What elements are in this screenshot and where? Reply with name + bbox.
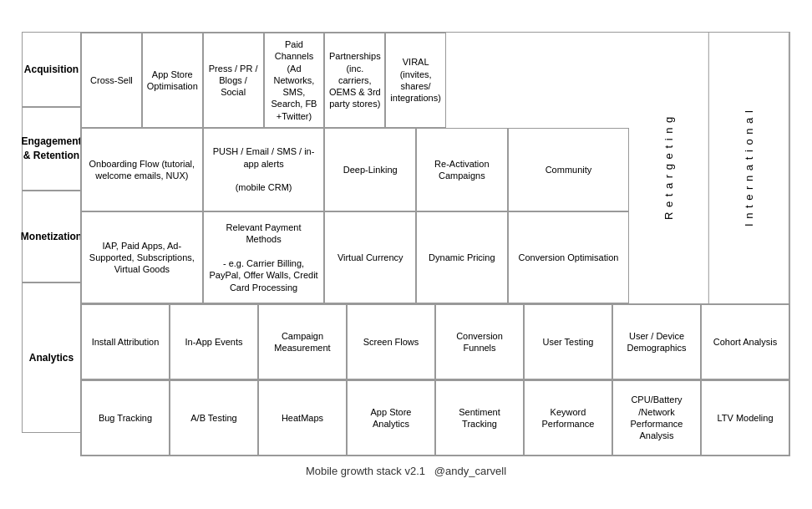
cell-appstore-analytics: App Store Analytics bbox=[347, 380, 435, 456]
cell-bug-tracking: Bug Tracking bbox=[81, 380, 170, 456]
row-engagement: Onboarding Flow (tutorial, welcome email… bbox=[81, 128, 629, 211]
grid-wrapper: Acquisition Engagement & Retention Monet… bbox=[22, 32, 790, 456]
row-labels: Acquisition Engagement & Retention Monet… bbox=[22, 32, 80, 456]
cell-virtual-currency: Virtual Currency bbox=[324, 211, 416, 303]
cell-crosssell: Cross-Sell bbox=[81, 33, 142, 128]
push-email-text: PUSH / Email / SMS / in-app alerts(mobil… bbox=[208, 145, 320, 193]
row-acquisition: Cross-Sell App Store Optimisation Press … bbox=[81, 33, 629, 128]
cell-cpu-battery: CPU/Battery /Network Performance Analysi… bbox=[612, 380, 701, 456]
main-container: Acquisition Engagement & Retention Monet… bbox=[13, 23, 799, 486]
row-analytics2: Bug Tracking A/B Testing HeatMaps App St… bbox=[81, 379, 789, 456]
cell-ltv-modeling: LTV Modeling bbox=[701, 380, 789, 456]
cell-deep-linking: Deep-Linking bbox=[324, 128, 416, 211]
cell-campaign-meas: Campaign Measurement bbox=[258, 304, 347, 379]
cell-heatmaps: HeatMaps bbox=[258, 380, 347, 456]
footer-subtitle: @andy_carvell bbox=[434, 465, 506, 477]
cell-cohort-analysis: Cohort Analysis bbox=[701, 304, 789, 379]
row-monetization: IAP, Paid Apps, Ad-Supported, Subscripti… bbox=[81, 211, 629, 303]
cell-user-device-demo: User / Device Demographics bbox=[612, 304, 701, 379]
cell-keyword-perf: Keyword Performance bbox=[524, 380, 612, 456]
cell-conversion-opt: Conversion Optimisation bbox=[508, 211, 630, 303]
cell-ab-testing: A/B Testing bbox=[170, 380, 258, 456]
cell-paid-channels: Paid Channels (Ad Networks, SMS, Search,… bbox=[264, 33, 325, 128]
col-international: I n t e r n a t i o n a l bbox=[709, 33, 789, 303]
footer-title: Mobile growth stack v2.1 bbox=[306, 465, 425, 477]
row-analytics1: Install Attribution In-App Events Campai… bbox=[81, 303, 789, 379]
cell-screen-flows: Screen Flows bbox=[347, 304, 435, 379]
cell-inapp-events: In-App Events bbox=[170, 304, 258, 379]
cell-install-attr: Install Attribution bbox=[81, 304, 170, 379]
cell-user-testing: User Testing bbox=[524, 304, 612, 379]
cell-viral: VIRAL (invites, shares/ integrations) bbox=[385, 33, 446, 128]
cell-onboarding: Onboarding Flow (tutorial, welcome email… bbox=[81, 128, 203, 211]
grid-content: Cross-Sell App Store Optimisation Press … bbox=[80, 32, 790, 456]
footer-label: Mobile growth stack v2.1 @andy_carvell bbox=[22, 465, 790, 477]
cell-community: Community bbox=[508, 128, 630, 211]
cell-press-pr: Press / PR / Blogs / Social bbox=[203, 33, 264, 128]
label-acquisition: Acquisition bbox=[22, 32, 80, 107]
left-rows: Cross-Sell App Store Optimisation Press … bbox=[81, 33, 629, 303]
cell-appstore-opt: App Store Optimisation bbox=[142, 33, 203, 128]
label-monetization: Monetization bbox=[22, 191, 80, 282]
col-retargeting: R e t a r g e t i n g bbox=[629, 33, 709, 303]
payment-text: Relevant Payment Methods- e.g. Carrier B… bbox=[208, 221, 320, 293]
cell-iap: IAP, Paid Apps, Ad-Supported, Subscripti… bbox=[81, 211, 203, 303]
cell-payment-methods: Relevant Payment Methods- e.g. Carrier B… bbox=[203, 211, 325, 303]
top-section: Cross-Sell App Store Optimisation Press … bbox=[81, 33, 789, 303]
cell-reactivation: Re-Activation Campaigns bbox=[416, 128, 508, 211]
label-engagement: Engagement & Retention bbox=[22, 107, 80, 191]
cell-partnerships: Partnerships (inc. carriers, OEMS & 3rd … bbox=[324, 33, 385, 128]
cell-push-email: PUSH / Email / SMS / in-app alerts(mobil… bbox=[203, 128, 325, 211]
cell-conv-funnels: Conversion Funnels bbox=[435, 304, 524, 379]
cell-dynamic-pricing: Dynamic Pricing bbox=[416, 211, 508, 303]
label-analytics: Analytics bbox=[22, 282, 80, 433]
cell-sentiment: Sentiment Tracking bbox=[435, 380, 524, 456]
